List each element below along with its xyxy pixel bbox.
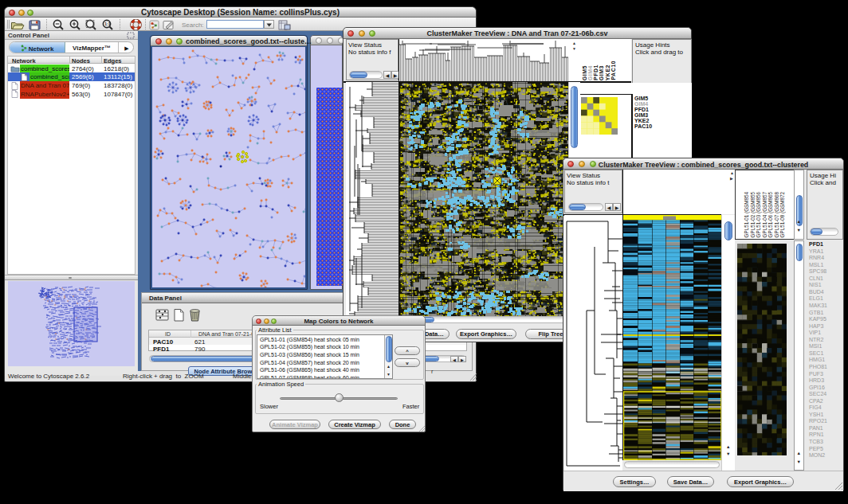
svg-text:1:1: 1:1 bbox=[104, 21, 110, 26]
